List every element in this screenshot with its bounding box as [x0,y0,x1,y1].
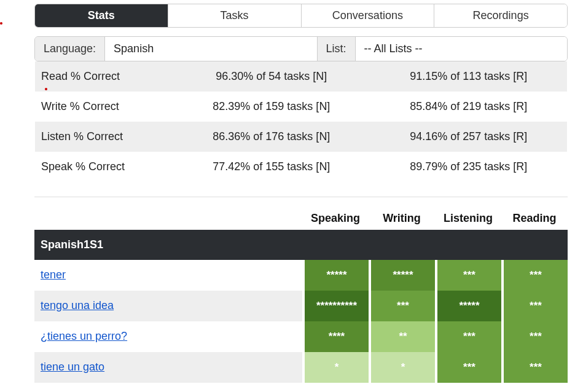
heat-cell-writing: ***** [369,260,435,291]
filters-row: Language: Spanish List: -- All Lists -- [34,36,568,61]
stats-row: Listen % Correct 86.36% of 176 tasks [N]… [35,122,568,152]
stats-row: Read % Correct 96.30% of 54 tasks [N] 91… [35,61,568,92]
col-writing: Writing [369,212,435,225]
col-speaking: Speaking [302,212,369,225]
heat-cell-writing: ** [369,321,435,352]
skill-row: ¿tienes un perro?************ [34,321,568,352]
skill-row: tengo una idea********************* [34,291,568,321]
language-label: Language: [35,37,105,61]
heat-cell-reading: *** [501,260,568,291]
tab-stats[interactable]: Stats [35,4,168,27]
heat-cell-speaking: * [302,352,369,383]
word-link[interactable]: tener [41,269,66,281]
col-reading: Reading [501,212,568,225]
word-cell: tener [34,260,302,291]
stats-label: Listen % Correct [35,122,173,152]
stats-table: Read % Correct 96.30% of 54 tasks [N] 91… [34,61,568,182]
heat-cell-listening: *** [435,352,501,383]
heat-cell-writing: * [369,352,435,383]
list-select[interactable]: -- All Lists -- [356,37,567,61]
stats-r-value: 94.16% of 257 tasks [R] [370,122,567,152]
skill-row: tiene un gato******** [34,352,568,383]
heat-cell-speaking: ********** [302,291,369,321]
heat-cell-speaking: ***** [302,260,369,291]
heat-cell-reading: *** [501,321,568,352]
heat-cell-listening: ***** [435,291,501,321]
heat-cell-listening: *** [435,321,501,352]
stats-n-value: 77.42% of 155 tasks [N] [173,152,370,182]
tab-tasks[interactable]: Tasks [168,4,302,27]
language-select[interactable]: Spanish [105,37,317,61]
main-tabs: Stats Tasks Conversations Recordings [34,4,568,28]
skill-row: tener**************** [34,260,568,291]
tab-recordings[interactable]: Recordings [434,4,567,27]
stats-r-value: 91.15% of 113 tasks [R] [370,61,567,92]
tab-conversations[interactable]: Conversations [302,4,435,27]
heat-cell-reading: *** [501,291,568,321]
stats-label: Write % Correct [35,92,173,122]
word-link[interactable]: ¿tienes un perro? [41,330,127,342]
list-label: List: [318,37,356,61]
stats-r-value: 89.79% of 235 tasks [R] [370,152,567,182]
stats-r-value: 85.84% of 219 tasks [R] [370,92,567,122]
word-link[interactable]: tengo una idea [41,299,114,312]
heat-cell-listening: *** [435,260,501,291]
stats-n-value: 86.36% of 176 tasks [N] [173,122,370,152]
divider [34,197,568,197]
word-cell: ¿tienes un perro? [34,321,302,352]
stats-label: Read % Correct [35,61,173,92]
skill-columns-header: Speaking Writing Listening Reading [34,212,568,225]
stats-row: Write % Correct 82.39% of 159 tasks [N] … [35,92,568,122]
col-listening: Listening [435,212,501,225]
stats-n-value: 96.30% of 54 tasks [N] [173,61,370,92]
heat-cell-reading: *** [501,352,568,383]
word-cell: tengo una idea [34,291,302,321]
word-cell: tiene un gato [34,352,302,383]
word-link[interactable]: tiene un gato [41,361,104,373]
stats-label: Speak % Correct [35,152,173,182]
stats-n-value: 82.39% of 159 tasks [N] [173,92,370,122]
heat-cell-speaking: **** [302,321,369,352]
stats-row: Speak % Correct 77.42% of 155 tasks [N] … [35,152,568,182]
heat-cell-writing: *** [369,291,435,321]
section-header: Spanish1S1 [34,230,568,260]
